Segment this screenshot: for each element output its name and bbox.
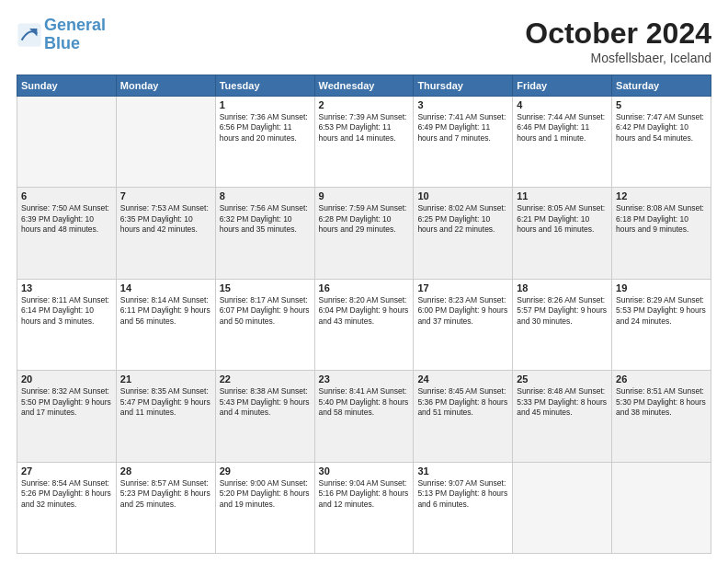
day-info: Sunrise: 8:48 AM Sunset: 5:33 PM Dayligh… [517,386,608,418]
table-row: 15Sunrise: 8:17 AM Sunset: 6:07 PM Dayli… [215,279,314,370]
day-info: Sunrise: 8:41 AM Sunset: 5:40 PM Dayligh… [319,386,410,418]
day-info: Sunrise: 8:05 AM Sunset: 6:21 PM Dayligh… [517,203,608,235]
logo: General Blue [17,17,106,53]
day-info: Sunrise: 9:07 AM Sunset: 5:13 PM Dayligh… [417,478,508,510]
day-info: Sunrise: 8:02 AM Sunset: 6:25 PM Dayligh… [417,203,508,235]
table-row [612,462,711,553]
location: Mosfellsbaer, Iceland [525,51,711,65]
day-number: 9 [319,190,410,201]
header-thursday: Thursday [414,75,513,97]
table-row: 9Sunrise: 7:59 AM Sunset: 6:28 PM Daylig… [314,188,414,279]
calendar-week-row: 20Sunrise: 8:32 AM Sunset: 5:50 PM Dayli… [17,371,711,462]
logo-text: General Blue [44,17,106,53]
day-info: Sunrise: 7:59 AM Sunset: 6:28 PM Dayligh… [319,203,410,235]
day-number: 15 [220,282,311,293]
day-number: 3 [417,99,508,110]
day-number: 1 [220,99,311,110]
table-row: 27Sunrise: 8:54 AM Sunset: 5:26 PM Dayli… [17,462,117,553]
day-number: 6 [21,190,112,201]
day-info: Sunrise: 9:00 AM Sunset: 5:20 PM Dayligh… [220,478,311,510]
day-info: Sunrise: 7:41 AM Sunset: 6:49 PM Dayligh… [417,112,508,144]
page: General Blue October 2024 Mosfellsbaer, … [0,0,728,563]
calendar-header-row: Sunday Monday Tuesday Wednesday Thursday… [17,75,711,97]
day-info: Sunrise: 7:47 AM Sunset: 6:42 PM Dayligh… [616,112,707,144]
day-number: 2 [319,99,410,110]
svg-rect-0 [17,23,40,46]
table-row [513,462,612,553]
day-number: 7 [120,190,211,201]
table-row: 16Sunrise: 8:20 AM Sunset: 6:04 PM Dayli… [314,279,414,370]
day-info: Sunrise: 8:32 AM Sunset: 5:50 PM Dayligh… [21,386,112,418]
header-sunday: Sunday [17,75,117,97]
table-row: 10Sunrise: 8:02 AM Sunset: 6:25 PM Dayli… [414,188,513,279]
day-number: 17 [417,282,508,293]
table-row: 18Sunrise: 8:26 AM Sunset: 5:57 PM Dayli… [513,279,612,370]
table-row: 23Sunrise: 8:41 AM Sunset: 5:40 PM Dayli… [314,371,414,462]
month-title: October 2024 [525,17,711,51]
day-number: 26 [616,373,707,385]
table-row: 20Sunrise: 8:32 AM Sunset: 5:50 PM Dayli… [17,371,117,462]
header-wednesday: Wednesday [314,75,414,97]
day-number: 19 [616,282,707,293]
day-number: 14 [120,282,211,293]
table-row: 17Sunrise: 8:23 AM Sunset: 6:00 PM Dayli… [414,279,513,370]
day-number: 25 [517,373,608,385]
day-number: 4 [517,99,608,110]
header-saturday: Saturday [612,75,711,97]
day-info: Sunrise: 8:51 AM Sunset: 5:30 PM Dayligh… [616,386,707,418]
table-row: 30Sunrise: 9:04 AM Sunset: 5:16 PM Dayli… [314,462,414,553]
header-friday: Friday [513,75,612,97]
day-number: 11 [517,190,608,201]
day-info: Sunrise: 8:17 AM Sunset: 6:07 PM Dayligh… [220,295,311,327]
day-number: 13 [21,282,112,293]
table-row: 22Sunrise: 8:38 AM Sunset: 5:43 PM Dayli… [215,371,314,462]
table-row: 11Sunrise: 8:05 AM Sunset: 6:21 PM Dayli… [513,188,612,279]
table-row: 24Sunrise: 8:45 AM Sunset: 5:36 PM Dayli… [414,371,513,462]
day-info: Sunrise: 8:14 AM Sunset: 6:11 PM Dayligh… [120,295,211,327]
table-row: 25Sunrise: 8:48 AM Sunset: 5:33 PM Dayli… [513,371,612,462]
day-info: Sunrise: 8:45 AM Sunset: 5:36 PM Dayligh… [417,386,508,418]
day-number: 20 [21,373,112,385]
table-row: 5Sunrise: 7:47 AM Sunset: 6:42 PM Daylig… [612,97,711,188]
day-info: Sunrise: 8:35 AM Sunset: 5:47 PM Dayligh… [120,386,211,418]
day-number: 31 [417,465,508,477]
day-number: 24 [417,373,508,385]
logo-icon [17,22,42,48]
table-row: 26Sunrise: 8:51 AM Sunset: 5:30 PM Dayli… [612,371,711,462]
day-number: 12 [616,190,707,201]
day-number: 23 [319,373,410,385]
day-number: 8 [220,190,311,201]
day-number: 21 [120,373,211,385]
header: General Blue October 2024 Mosfellsbaer, … [17,17,711,65]
day-number: 29 [220,465,311,477]
table-row: 4Sunrise: 7:44 AM Sunset: 6:46 PM Daylig… [513,97,612,188]
day-info: Sunrise: 8:20 AM Sunset: 6:04 PM Dayligh… [319,295,410,327]
table-row: 29Sunrise: 9:00 AM Sunset: 5:20 PM Dayli… [215,462,314,553]
calendar-week-row: 13Sunrise: 8:11 AM Sunset: 6:14 PM Dayli… [17,279,711,370]
day-info: Sunrise: 8:29 AM Sunset: 5:53 PM Dayligh… [616,295,707,327]
calendar-week-row: 27Sunrise: 8:54 AM Sunset: 5:26 PM Dayli… [17,462,711,553]
day-info: Sunrise: 8:23 AM Sunset: 6:00 PM Dayligh… [417,295,508,327]
table-row: 13Sunrise: 8:11 AM Sunset: 6:14 PM Dayli… [17,279,117,370]
day-info: Sunrise: 8:08 AM Sunset: 6:18 PM Dayligh… [616,203,707,235]
day-info: Sunrise: 7:44 AM Sunset: 6:46 PM Dayligh… [517,112,608,144]
day-info: Sunrise: 8:26 AM Sunset: 5:57 PM Dayligh… [517,295,608,327]
day-number: 5 [616,99,707,110]
day-info: Sunrise: 8:38 AM Sunset: 5:43 PM Dayligh… [220,386,311,418]
day-info: Sunrise: 7:53 AM Sunset: 6:35 PM Dayligh… [120,203,211,235]
table-row: 8Sunrise: 7:56 AM Sunset: 6:32 PM Daylig… [215,188,314,279]
table-row: 19Sunrise: 8:29 AM Sunset: 5:53 PM Dayli… [612,279,711,370]
day-number: 18 [517,282,608,293]
table-row: 31Sunrise: 9:07 AM Sunset: 5:13 PM Dayli… [414,462,513,553]
day-number: 28 [120,465,211,477]
table-row: 21Sunrise: 8:35 AM Sunset: 5:47 PM Dayli… [116,371,215,462]
table-row: 1Sunrise: 7:36 AM Sunset: 6:56 PM Daylig… [215,97,314,188]
table-row [116,97,215,188]
table-row: 12Sunrise: 8:08 AM Sunset: 6:18 PM Dayli… [612,188,711,279]
day-info: Sunrise: 8:57 AM Sunset: 5:23 PM Dayligh… [120,478,211,510]
calendar-table: Sunday Monday Tuesday Wednesday Thursday… [17,75,711,554]
day-info: Sunrise: 8:11 AM Sunset: 6:14 PM Dayligh… [21,295,112,327]
table-row: 3Sunrise: 7:41 AM Sunset: 6:49 PM Daylig… [414,97,513,188]
table-row [17,97,117,188]
day-number: 16 [319,282,410,293]
